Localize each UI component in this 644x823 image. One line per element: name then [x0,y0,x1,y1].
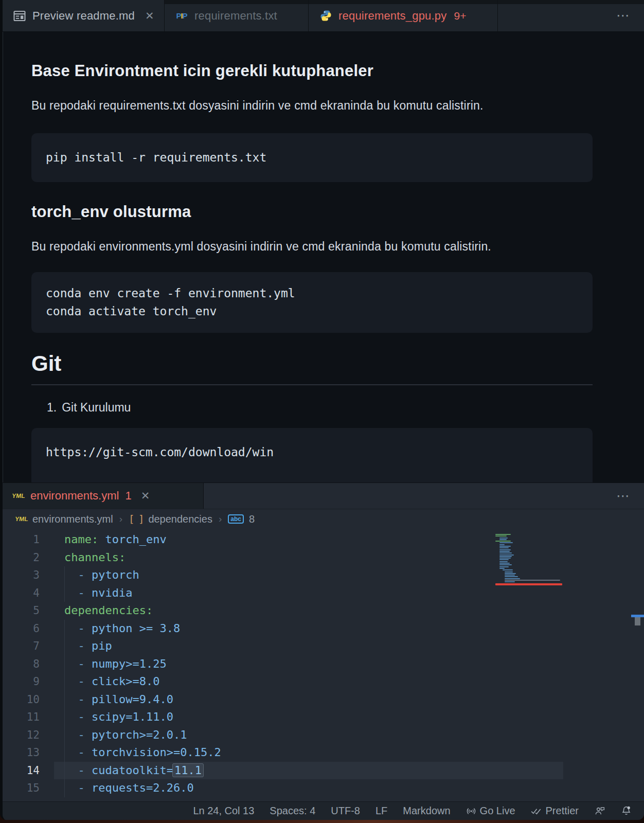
line-number: 13 [3,744,40,762]
bell-icon [621,806,632,816]
markdown-preview-pane: Base Environtment icin gerekli kutuphane… [3,32,644,482]
more-actions-icon[interactable]: ⋯ [603,488,644,504]
scrollbar-thumb[interactable] [635,617,640,625]
editor-line-4[interactable]: 4 - nvidia [3,584,644,602]
yaml-file-icon: YML [11,489,26,503]
tab-label: environments.yml [30,489,119,503]
line-content: - requests=2.26.0 [64,779,194,797]
line-number: 8 [3,655,40,673]
minimap-line [499,546,511,547]
indent-guide [64,637,65,655]
encoding-setting[interactable]: UTF-8 [331,805,360,817]
indent-guide [64,673,65,691]
language-mode[interactable]: Markdown [403,805,450,817]
line-number: 11 [3,708,40,726]
minimap-line [499,539,507,540]
minimap-line [499,551,510,552]
breadcrumb-index[interactable]: 8 [249,513,255,525]
indent-guide [64,655,65,673]
minimap-line [499,552,512,553]
feedback-button[interactable] [594,806,605,816]
line-content: - scipy=1.11.0 [64,708,173,726]
line-content: - pip [64,637,112,655]
editor-line-10[interactable]: 10 - pillow=9.4.0 [3,691,644,709]
minimap[interactable] [495,534,563,586]
problems-badge: 1 [125,489,131,503]
editor-line-5[interactable]: 5dependencies: [3,602,644,620]
editor-line-13[interactable]: 13 - torchvision>=0.15.2 [3,744,644,762]
editor-tab-bar: Preview readme.md ✕ PIP requirements.txt… [3,0,644,32]
breadcrumb-file[interactable]: environments.yml [32,513,113,525]
line-content: dependencies: [64,602,153,620]
tab-environments-yml[interactable]: YML environments.yml 1 ✕ [3,483,204,509]
cursor-position[interactable]: Ln 24, Col 13 [193,805,254,817]
tab-requirements-txt[interactable]: PIP requirements.txt [165,0,309,31]
minimap-line [499,563,510,564]
heading-divider [31,384,593,385]
line-content: - torchvision>=0.15.2 [64,744,221,762]
chevron-right-icon: › [218,513,223,525]
indent-guide [64,762,65,780]
vscode-window: Preview readme.md ✕ PIP requirements.txt… [0,0,644,820]
minimap-line [503,569,513,570]
minimap-line [499,558,511,559]
yml-editor-tab-bar: YML environments.yml 1 ✕ ⋯ [3,482,644,509]
tab-label: Preview readme.md [32,9,135,23]
list-text: Git Kurulumu [62,401,131,415]
line-number: 1 [3,531,40,549]
go-live-button[interactable]: Go Live [466,805,515,817]
editor-line-11[interactable]: 11 - scipy=1.11.0 [3,708,644,726]
status-bar: Ln 24, Col 13 Spaces: 4 UTF-8 LF Markdow… [3,801,644,820]
yaml-code-editor[interactable]: 1name: torch_env2channels:3 - pytorch4 -… [3,529,644,801]
indent-guide [64,620,65,638]
close-icon[interactable]: ✕ [145,10,154,22]
indent-guide [64,708,65,726]
editor-line-15[interactable]: 15 - requests=2.26.0 [3,779,644,797]
minimap-line [499,542,513,543]
editor-line-14[interactable]: 14 - cudatoolkit=11.1 [3,762,644,780]
notifications-button[interactable] [621,806,632,816]
minimap-line [499,566,509,567]
editor-line-12[interactable]: 12 - pytorch>=2.0.1 [3,726,644,744]
preview-paragraph: Bu repodaki requirements.txt dosyasini i… [31,99,593,113]
eol-setting[interactable]: LF [375,805,387,817]
indentation-setting[interactable]: Spaces: 4 [270,805,315,817]
editor-line-6[interactable]: 6 - python >= 3.8 [3,620,644,638]
ordered-list-item: 1. Git Kurulumu [31,401,593,415]
minimap-line [499,544,505,545]
editor-line-9[interactable]: 9 - click>=8.0 [3,673,644,691]
close-icon[interactable]: ✕ [141,490,150,502]
minimap-line [505,581,515,582]
line-content: - pytorch [64,566,139,584]
minimap-line [495,541,511,542]
breadcrumb: YML environments.yml › [ ] dependencies … [3,509,644,529]
line-content: - cudatoolkit=11.1 [64,762,203,780]
minimap-line [499,549,511,550]
tab-requirements-gpu-py[interactable]: requirements_gpu.py 9+ [309,0,498,31]
breadcrumb-node[interactable]: dependencies [148,513,212,525]
preview-paragraph: Bu repodaki environments.yml dosyasini i… [31,240,593,254]
problems-badge: 9+ [454,10,466,22]
go-live-label: Go Live [480,805,515,817]
editor-line-8[interactable]: 8 - numpy>=1.25 [3,655,644,673]
line-number: 9 [3,673,40,691]
double-check-icon [531,806,542,816]
line-number: 12 [3,726,40,744]
minimap-line [495,535,507,536]
line-content: name: torch_env [64,531,167,549]
indent-guide [64,584,65,602]
minimap-line [499,561,508,562]
prettier-label: Prettier [546,805,579,817]
editor-line-7[interactable]: 7 - pip [3,637,644,655]
line-number: 15 [3,779,40,797]
indent-guide [64,566,65,584]
person-feedback-icon [594,806,605,816]
pip-icon: PIP [175,9,188,23]
tab-preview-readme[interactable]: Preview readme.md ✕ [3,0,165,31]
indent-guide [64,691,65,709]
prettier-button[interactable]: Prettier [531,805,579,817]
code-block-conda: conda env create -f environment.yml cond… [31,272,593,333]
more-actions-icon[interactable]: ⋯ [603,8,644,24]
markdown-preview-icon [13,9,26,23]
line-number: 10 [3,691,40,709]
